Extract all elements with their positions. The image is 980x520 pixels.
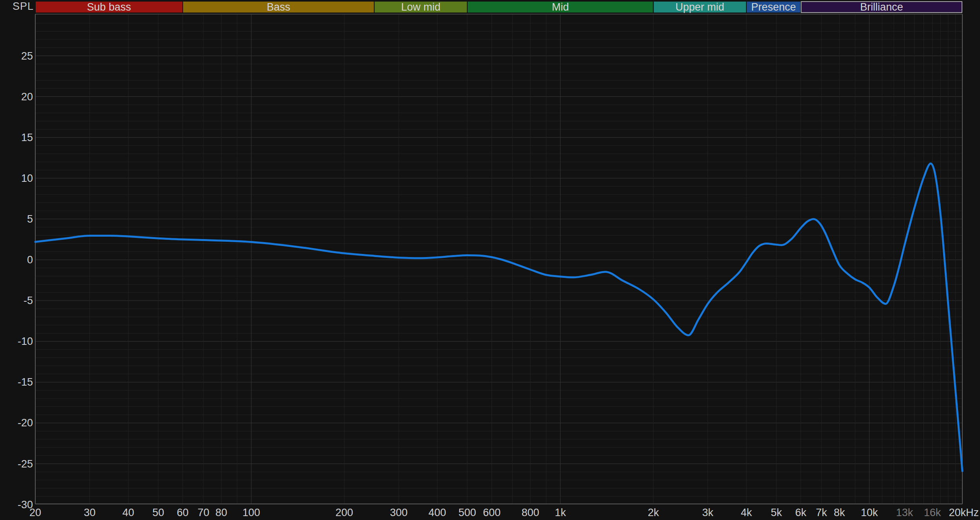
x-tick-label: 5k [771,507,782,518]
x-tick-label: 600 [483,507,501,518]
x-tick-label: 4k [741,507,752,518]
y-tick-label: 5 [27,213,33,225]
x-tick-label: 100 [242,507,260,518]
x-tick-label: 300 [390,507,408,518]
y-tick-label: 25 [21,50,33,62]
y-tick-label: -25 [18,458,33,470]
x-tick-label: 80 [216,507,227,518]
frequency-response-curve [35,163,962,471]
y-tick-label: -5 [24,295,33,306]
y-tick-label: 20 [21,91,33,103]
x-tick-label: 400 [428,507,446,518]
band-label: Presence [751,1,796,13]
x-tick-label: 30 [84,507,96,518]
x-tick-label: 2k [648,507,659,518]
band-label: Upper mid [675,1,724,13]
band-label: Mid [552,1,569,13]
x-tick-label: 200 [336,507,353,518]
band-label: Sub bass [87,1,131,13]
x-tick-label: 70 [198,507,209,518]
x-tick-label: 50 [152,507,164,518]
equalizer-frequency-chart: SPL Sub bassBassLow midMidUpper midPrese… [0,0,980,520]
x-tick-label: 20kHz [949,507,979,518]
x-tick-label: 7k [816,507,827,518]
y-tick-label: 15 [21,132,33,143]
y-tick-label: -10 [18,335,33,347]
x-tick-label: 3k [702,507,713,518]
x-tick-label: 10k [861,507,878,518]
x-tick-label: 800 [521,507,539,518]
x-tick-label: 13k [896,507,913,518]
x-tick-label: 40 [122,507,134,518]
x-tick-label: 20 [29,507,41,518]
band-label: Bass [267,1,290,13]
x-tick-label: 16k [924,507,941,518]
x-tick-label: 500 [458,507,476,518]
frequency-response-plot: Sub bassBassLow midMidUpper midPresenceB… [0,0,980,520]
x-tick-label: 1k [555,507,566,518]
y-tick-label: -15 [18,376,33,388]
band-label: Low mid [401,1,441,13]
y-tick-label: 0 [27,254,33,266]
x-tick-label: 8k [834,507,845,518]
y-tick-label: -20 [18,417,33,429]
band-label: Brilliance [860,1,903,13]
x-tick-label: 60 [177,507,189,518]
x-tick-label: 6k [795,507,807,518]
y-tick-label: 10 [21,172,33,184]
